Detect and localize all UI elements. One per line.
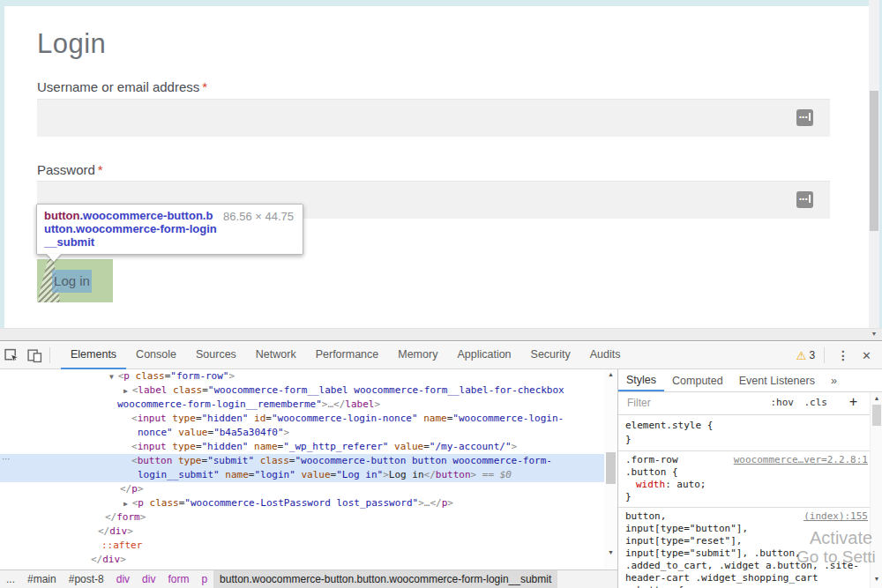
scroll-up-arrow-icon[interactable]: ▲ (604, 371, 617, 377)
tooltip-tag: button (44, 209, 79, 222)
breadcrumb: ...#main#post-8divdivformpbutton.woocomm… (0, 569, 617, 588)
devtools-tab-security[interactable]: Security (521, 342, 580, 369)
devtools-panel: ElementsConsoleSourcesNetworkPerformance… (0, 340, 882, 588)
filter-input[interactable]: Filter (627, 397, 651, 409)
breadcrumb-item[interactable]: button.woocommerce-button.button.woocomm… (213, 570, 557, 588)
warning-count: 3 (809, 349, 815, 361)
dom-tree-row[interactable]: <button type="submit" class="woocommerce… (0, 454, 604, 468)
password-manager-icon[interactable]: ••• (796, 191, 813, 208)
dom-tree-row[interactable]: ::after (0, 539, 604, 553)
username-input[interactable] (37, 99, 830, 137)
dom-tree-row[interactable]: nonce" value="b4a5a304f0"> (0, 426, 604, 440)
page-background-top (0, 0, 882, 6)
css-line[interactable]: .added_to_cart, .widget a.button, .site- (618, 560, 870, 572)
dom-tree: ▼ <p class="form-row">▶ <label class="wo… (0, 369, 604, 569)
breadcrumb-item[interactable]: #main (21, 570, 63, 588)
css-line[interactable]: .button { (618, 466, 870, 479)
breadcrumb-item[interactable]: #post-8 (63, 570, 110, 588)
devtools-tab-console[interactable]: Console (126, 342, 186, 369)
css-line[interactable]: .form-rowwoocommerce…ver=2.2.8:1 (618, 454, 870, 466)
css-line[interactable]: header-cart .widget_shopping_cart (618, 572, 870, 584)
page-scrollbar-thumb[interactable] (870, 91, 878, 231)
dom-tree-row[interactable]: ▶ <label class="woocommerce-form__label … (0, 383, 604, 398)
device-toolbar-icon[interactable] (23, 345, 46, 366)
devtools-tabs: ElementsConsoleSourcesNetworkPerformance… (61, 342, 630, 369)
devtools-tab-network[interactable]: Network (246, 342, 306, 369)
class-toggle-button[interactable]: .cls (804, 397, 828, 408)
breadcrumb-item[interactable]: div (136, 570, 161, 588)
styles-filter-row: Filter :hov .cls + (618, 392, 882, 415)
dom-tree-row[interactable]: woocommerce-form-login__rememberme">…</l… (0, 398, 604, 412)
dom-tree-row[interactable]: ▶ <p class="woocommerce-LostPassword los… (0, 496, 604, 510)
breadcrumb-item[interactable]: form (161, 570, 195, 588)
pseudo-state-button[interactable]: :hov (771, 397, 795, 408)
dom-tree-row[interactable]: login__submit" name="login" value="Log i… (0, 468, 604, 482)
new-rule-button[interactable]: + (849, 394, 857, 410)
dom-tree-row[interactable]: </div> (0, 553, 604, 567)
breadcrumb-item[interactable]: div (110, 570, 136, 588)
warnings-badge[interactable]: ⚠ 3 (791, 349, 820, 362)
css-source-link[interactable]: (index):155 (804, 510, 868, 523)
password-manager-icon[interactable]: ••• (796, 109, 813, 126)
scroll-down-arrow-icon[interactable]: ▼ (871, 576, 882, 582)
css-rule-section: element.style {} (618, 416, 870, 451)
css-line[interactable]: input[type="reset"], (618, 535, 870, 547)
styles-scrollbar-thumb[interactable] (872, 405, 881, 426)
css-line[interactable]: width: auto; (618, 479, 870, 491)
devtools-tab-sources[interactable]: Sources (186, 342, 246, 369)
css-line[interactable]: button,(index):155 (618, 510, 870, 523)
username-label: Username or email address* (37, 79, 207, 94)
login-button[interactable]: Log in (52, 270, 92, 293)
css-line[interactable]: } (618, 433, 870, 447)
devtools-tab-performance[interactable]: Performance (306, 342, 389, 369)
inspect-tooltip: button.woocommerce-button.b utton.woocom… (36, 204, 303, 255)
css-line[interactable]: input[type="submit"], .button, (618, 547, 870, 560)
elements-scrollbar-thumb[interactable] (606, 452, 616, 484)
devtools-tab-memory[interactable]: Memory (388, 342, 447, 369)
elements-scrollbar[interactable]: ▲ ▼ (604, 369, 617, 569)
devtools-menu-icon[interactable]: ⋮ (828, 348, 858, 362)
devtools-toolbar: ElementsConsoleSourcesNetworkPerformance… (0, 342, 882, 369)
devtools-tab-elements[interactable]: Elements (61, 342, 126, 369)
breadcrumb-item[interactable]: p (195, 570, 213, 588)
scroll-up-arrow-icon[interactable]: ▲ (871, 395, 882, 401)
dom-tree-row[interactable]: </div> (0, 525, 604, 539)
css-rule-section: button,(index):155input[type="button"],i… (618, 508, 870, 588)
styles-tab-styles[interactable]: Styles (618, 370, 664, 391)
styles-tabs: StylesComputedEvent Listeners» (618, 369, 882, 392)
scroll-down-arrow-icon[interactable]: ▼ (604, 549, 617, 555)
devtools-close-icon[interactable]: ✕ (858, 349, 882, 362)
dom-tree-row[interactable]: ▼ <p class="form-row"> (0, 369, 604, 383)
row-overflow-marker[interactable]: ⋯ (2, 454, 11, 464)
page-title: Login (37, 28, 106, 60)
toolbar-divider (824, 347, 825, 363)
css-line[interactable]: input[type="button"], (618, 523, 870, 535)
breadcrumb-item[interactable]: ... (0, 570, 21, 588)
css-line[interactable]: } (618, 491, 870, 503)
tooltip-arrow (47, 254, 61, 262)
devtools-tab-application[interactable]: Application (447, 342, 520, 369)
styles-pane: StylesComputedEvent Listeners» Filter :h… (617, 369, 882, 588)
screen: Login Username or email address* ••• Pas… (0, 0, 882, 588)
password-label: Password* (37, 162, 103, 177)
scroll-down-arrow-icon[interactable]: ▼ (869, 328, 879, 340)
css-line[interactable]: a.button { (618, 584, 870, 588)
css-rule-section: .form-rowwoocommerce…ver=2.2.8:1.button … (618, 451, 870, 508)
dom-tree-row[interactable]: </form> (0, 510, 604, 525)
page-bottom-scroll-strip (0, 328, 882, 340)
css-source-link[interactable]: woocommerce…ver=2.2.8:1 (734, 454, 868, 466)
required-asterisk: * (98, 162, 103, 177)
devtools-tab-audits[interactable]: Audits (580, 342, 631, 369)
css-line[interactable]: element.style { (618, 419, 870, 433)
required-asterisk: * (202, 79, 207, 94)
dom-tree-row[interactable]: </p> (0, 482, 604, 496)
dom-tree-row[interactable]: <input type="hidden" name="_wp_http_refe… (0, 440, 604, 454)
styles-tab--[interactable]: » (823, 370, 845, 391)
page-background-left (0, 0, 4, 328)
styles-tab-event-listeners[interactable]: Event Listeners (731, 370, 823, 391)
styles-tab-computed[interactable]: Computed (664, 370, 731, 391)
styles-scrollbar[interactable]: ▲ ▼ (870, 392, 882, 588)
dom-tree-row[interactable]: <input type="hidden" id="woocommerce-log… (0, 412, 604, 426)
webpage-viewport: Login Username or email address* ••• Pas… (0, 0, 882, 340)
inspect-element-icon[interactable] (0, 345, 23, 366)
